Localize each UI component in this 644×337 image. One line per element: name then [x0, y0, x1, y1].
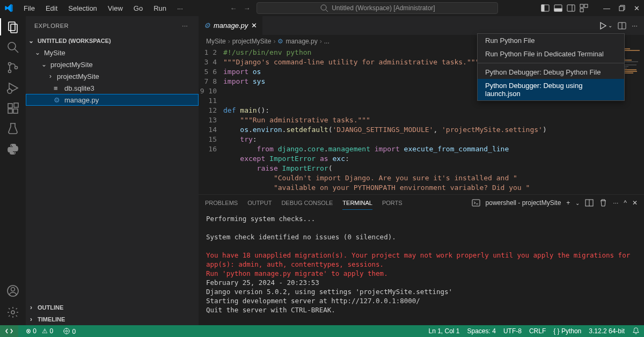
panel-more-icon[interactable]: ··· [613, 199, 618, 207]
nav-forward-icon[interactable]: → [243, 4, 250, 12]
terminal-dropdown-icon[interactable]: ⌄ [575, 200, 580, 206]
command-center[interactable]: Untitled (Workspace) [Administrator] [257, 2, 498, 14]
status-cursor[interactable]: Ln 1, Col 1 [428, 327, 459, 335]
run-dropdown-menu: Run Python File Run Python File in Dedic… [477, 33, 625, 101]
menu-file[interactable]: File [19, 2, 39, 14]
activity-accounts-icon[interactable] [6, 284, 19, 297]
svg-point-0 [321, 5, 326, 10]
terminal-prompt: PS C:\Users\New\Desktop\MySite\projectMy… [206, 324, 392, 325]
status-encoding[interactable]: UTF-8 [503, 327, 522, 335]
status-eol[interactable]: CRLF [529, 327, 546, 335]
tree-file-dbsqlite[interactable]: ≡db.sqlite3 [26, 82, 199, 94]
window-restore-icon[interactable] [618, 4, 626, 12]
activity-run-debug-icon[interactable] [6, 82, 19, 94]
python-file-icon: ⚙ [277, 38, 283, 45]
activity-source-control-icon[interactable] [6, 61, 19, 74]
menu-more[interactable]: ··· [173, 2, 187, 14]
sidebar-more-icon[interactable]: ··· [182, 23, 188, 29]
window-minimize-icon[interactable]: — [603, 4, 610, 12]
status-language[interactable]: { } Python [553, 327, 581, 335]
status-ports[interactable]: 0 [63, 327, 76, 335]
kill-terminal-icon[interactable] [599, 199, 608, 207]
svg-line-15 [14, 49, 18, 53]
panel-tab-problems[interactable]: PROBLEMS [205, 196, 238, 209]
status-bar: ⊗ 0 ⚠ 0 0 Ln 1, Col 1 Spaces: 4 UTF-8 CR… [0, 325, 644, 337]
nav-back-icon[interactable]: ← [230, 4, 237, 12]
svg-rect-13 [11, 24, 17, 33]
run-dropdown-chevron-icon[interactable]: ⌄ [608, 23, 612, 28]
tab-label: manage.py [214, 21, 248, 30]
svg-point-26 [11, 311, 14, 314]
menu-view[interactable]: View [104, 2, 127, 14]
split-editor-icon[interactable] [618, 21, 626, 30]
panel-tab-ports[interactable]: PORTS [382, 196, 402, 209]
menu-go[interactable]: Go [129, 2, 147, 14]
svg-line-1 [326, 10, 328, 12]
terminal-shell-icon [472, 199, 480, 207]
tree-folder-projectmysite[interactable]: ⌄projectMySite [26, 58, 199, 70]
customize-layout-icon[interactable] [580, 4, 588, 12]
menu-run[interactable]: Run [149, 2, 171, 14]
activity-search-icon[interactable] [6, 41, 19, 54]
activity-explorer-icon[interactable] [6, 20, 19, 33]
tree-file-managepy[interactable]: ⚙manage.py [26, 94, 199, 106]
status-notifications-icon[interactable] [632, 327, 640, 336]
svg-rect-8 [580, 4, 583, 8]
status-indent[interactable]: Spaces: 4 [467, 327, 496, 335]
activity-python-icon[interactable] [6, 143, 19, 156]
menu-run-python-file[interactable]: Run Python File [478, 34, 624, 47]
status-interpreter[interactable]: 3.12.2 64-bit [589, 327, 625, 335]
menu-run-dedicated-terminal[interactable]: Run Python File in Dedicated Terminal [478, 47, 624, 61]
svg-rect-11 [619, 6, 624, 11]
menu-selection[interactable]: Selection [64, 2, 101, 14]
svg-rect-10 [580, 9, 583, 12]
explorer-sidebar: EXPLORER ··· ⌄UNTITLED (WORKSPACE) ⌄MySi… [26, 16, 199, 325]
panel-tab-terminal[interactable]: TERMINAL [342, 196, 372, 210]
menu-debug-launch-json[interactable]: Python Debugger: Debug using launch.json [478, 79, 624, 100]
svg-rect-22 [13, 109, 18, 113]
svg-rect-9 [584, 4, 588, 8]
outline-header[interactable]: ›OUTLINE [26, 302, 199, 313]
remote-indicator[interactable] [0, 325, 18, 337]
split-terminal-icon[interactable] [585, 199, 594, 207]
svg-point-33 [65, 330, 68, 332]
new-terminal-icon[interactable]: + [566, 199, 570, 207]
menubar: File Edit Selection View Go Run ··· [19, 2, 187, 14]
menu-edit[interactable]: Edit [41, 2, 62, 14]
editor-more-icon[interactable]: ··· [632, 21, 638, 30]
panel-tab-output[interactable]: OUTPUT [247, 196, 272, 209]
activity-settings-icon[interactable] [6, 306, 19, 319]
svg-rect-20 [8, 104, 12, 108]
panel-maximize-icon[interactable]: ^ [624, 199, 627, 207]
menu-separator [478, 63, 624, 63]
bottom-panel: PROBLEMS OUTPUT DEBUG CONSOLE TERMINAL P… [199, 194, 644, 325]
window-close-icon[interactable]: ✕ [634, 4, 640, 12]
toggle-panel-icon[interactable] [554, 4, 562, 12]
titlebar: File Edit Selection View Go Run ··· ← → … [0, 0, 644, 16]
terminal-content[interactable]: Performing system checks... System check… [199, 211, 644, 325]
status-errors[interactable]: ⊗ 0 [26, 327, 36, 335]
tree-folder-mysite[interactable]: ⌄MySite [26, 47, 199, 58]
toggle-secondary-sidebar-icon[interactable] [567, 4, 575, 12]
tab-managepy[interactable]: ⚙ manage.py ✕ [199, 16, 263, 35]
panel-close-icon[interactable]: ✕ [632, 199, 638, 207]
svg-rect-21 [8, 109, 12, 113]
workspace-header[interactable]: ⌄UNTITLED (WORKSPACE) [26, 35, 199, 47]
run-button[interactable]: ⌄ [598, 21, 612, 30]
menu-debug-python-file[interactable]: Python Debugger: Debug Python File [478, 65, 624, 79]
toggle-primary-sidebar-icon[interactable] [541, 4, 550, 12]
sidebar-title: EXPLORER [34, 23, 69, 29]
python-file-icon: ⚙ [204, 21, 210, 30]
play-icon [598, 21, 607, 30]
terminal-shell-label[interactable]: powershell - projectMySite [486, 199, 561, 207]
status-warnings[interactable]: ⚠ 0 [42, 327, 53, 335]
panel-tab-debug-console[interactable]: DEBUG CONSOLE [281, 196, 333, 209]
search-icon [320, 4, 328, 12]
tab-close-icon[interactable]: ✕ [251, 21, 257, 30]
svg-rect-3 [541, 5, 544, 11]
activity-testing-icon[interactable] [6, 122, 19, 135]
timeline-header[interactable]: ›TIMELINE [26, 313, 199, 325]
tree-folder-projectmysite-inner[interactable]: ›projectMySite [26, 70, 199, 82]
activity-extensions-icon[interactable] [6, 102, 19, 115]
terminal-cursor [393, 325, 397, 326]
